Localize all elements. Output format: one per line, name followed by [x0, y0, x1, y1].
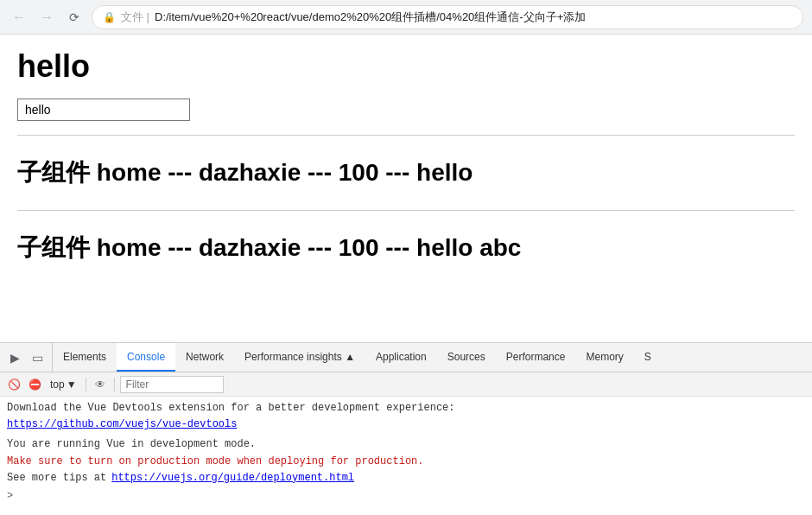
context-selector[interactable]: top ▼ — [47, 377, 80, 392]
console-prompt-line: > — [7, 486, 805, 505]
browser-toolbar: ← → ⟳ 🔒 文件 | D:/item/vue%20+%20react/vue… — [0, 0, 812, 35]
console-toolbar: 🚫 ⛔ top ▼ 👁 — [0, 372, 812, 397]
tab-elements[interactable]: Elements — [53, 343, 117, 372]
console-line-3: Make sure to turn on production mode whe… — [7, 454, 805, 470]
eye-button[interactable]: 👁 — [92, 376, 109, 393]
console-text-1: Download the Vue Devtools extension for … — [7, 400, 454, 416]
divider-1 — [17, 135, 795, 136]
child-component-1: 子组件 home --- dazhaxie --- 100 --- hello — [17, 146, 795, 200]
tab-performance-insights[interactable]: Performance insights ▲ — [234, 343, 365, 372]
devtools-panel: ▶ ▭ Elements Console Network Performance… — [0, 342, 812, 515]
console-filter-input[interactable] — [120, 376, 224, 393]
devtools-link-1[interactable]: https://github.com/vuejs/vue-devtools — [7, 416, 237, 433]
tab-application[interactable]: Application — [365, 343, 437, 372]
device-toggle-button[interactable]: ▭ — [28, 348, 47, 367]
lock-icon: 🔒 — [103, 11, 116, 23]
toolbar-divider — [86, 378, 86, 391]
console-output: Download the Vue Devtools extension for … — [0, 397, 812, 515]
tab-memory[interactable]: Memory — [575, 343, 633, 372]
tab-sources[interactable]: Sources — [437, 343, 496, 372]
inspect-element-button[interactable]: ▶ — [5, 348, 24, 367]
address-separator: 文件 | — [121, 10, 149, 25]
context-label: top — [50, 378, 65, 391]
console-text-2: You are running Vue in development mode. — [7, 436, 256, 453]
console-line-4: See more tips at https://vuejs.org/guide… — [7, 470, 805, 486]
page-title: hello — [17, 48, 795, 85]
tab-more[interactable]: S — [634, 343, 662, 372]
chevron-down-icon: ▼ — [67, 378, 77, 391]
console-text-3: Make sure to turn on production mode whe… — [7, 454, 423, 470]
divider-2 — [17, 210, 795, 211]
back-button[interactable]: ← — [9, 7, 29, 28]
toolbar-divider-2 — [114, 378, 115, 391]
input-row — [17, 99, 795, 121]
console-line-link1: https://github.com/vuejs/vue-devtools — [7, 416, 805, 433]
devtools-tabs-bar: ▶ ▭ Elements Console Network Performance… — [0, 343, 812, 372]
devtools-icon-group: ▶ ▭ — [0, 343, 53, 372]
console-line-1: Download the Vue Devtools extension for … — [7, 400, 805, 416]
console-line-2: You are running Vue in development mode. — [7, 436, 805, 453]
child-component-2: 子组件 home --- dazhaxie --- 100 --- hello … — [17, 221, 795, 275]
tab-console[interactable]: Console — [117, 343, 175, 372]
refresh-button[interactable]: ⟳ — [64, 7, 85, 28]
tab-performance[interactable]: Performance — [496, 343, 576, 372]
tab-network[interactable]: Network — [175, 343, 234, 372]
clear-console-button[interactable]: 🚫 — [5, 376, 22, 393]
devtools-link-2[interactable]: https://vuejs.org/guide/deployment.html — [111, 470, 354, 486]
block-button[interactable]: ⛔ — [26, 376, 43, 393]
address-bar[interactable]: 🔒 文件 | D:/item/vue%20+%20react/vue/demo2… — [92, 5, 803, 29]
hello-input[interactable] — [17, 99, 190, 121]
forward-button[interactable]: → — [36, 7, 57, 28]
console-prompt: > — [7, 488, 13, 505]
console-text-4-prefix: See more tips at — [7, 470, 106, 486]
address-url: D:/item/vue%20+%20react/vue/demo2%20%20组… — [155, 10, 586, 25]
